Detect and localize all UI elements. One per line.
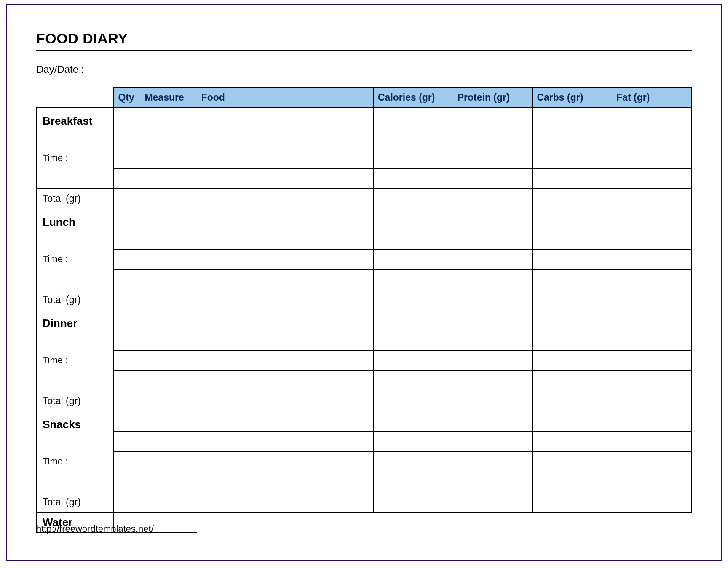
cell[interactable]: [533, 169, 612, 189]
cell[interactable]: [453, 189, 533, 209]
cell[interactable]: [197, 169, 373, 189]
cell[interactable]: [612, 432, 692, 452]
cell[interactable]: [612, 229, 692, 250]
cell[interactable]: [374, 169, 453, 189]
cell[interactable]: [114, 148, 140, 169]
cell[interactable]: [114, 128, 140, 148]
cell[interactable]: [374, 209, 453, 229]
cell[interactable]: [612, 330, 692, 351]
cell[interactable]: [533, 310, 612, 330]
cell[interactable]: [374, 148, 453, 169]
cell[interactable]: [140, 169, 197, 189]
cell[interactable]: [140, 310, 197, 330]
cell[interactable]: [197, 290, 373, 310]
cell[interactable]: [140, 229, 197, 250]
cell[interactable]: [612, 411, 692, 432]
cell[interactable]: [140, 371, 197, 391]
cell[interactable]: [453, 108, 533, 128]
cell[interactable]: [114, 290, 140, 310]
cell[interactable]: [114, 371, 140, 391]
cell[interactable]: [140, 270, 197, 290]
cell[interactable]: [374, 452, 453, 472]
cell[interactable]: [533, 189, 612, 209]
cell[interactable]: [453, 391, 533, 411]
cell[interactable]: [612, 128, 692, 148]
cell[interactable]: [533, 391, 612, 411]
cell[interactable]: [197, 432, 373, 452]
cell[interactable]: [612, 270, 692, 290]
cell[interactable]: [197, 189, 373, 209]
cell[interactable]: [114, 169, 140, 189]
cell[interactable]: [453, 290, 533, 310]
cell[interactable]: [533, 290, 612, 310]
cell[interactable]: [374, 351, 453, 371]
cell[interactable]: [374, 492, 453, 513]
cell[interactable]: [533, 250, 612, 270]
cell[interactable]: [114, 108, 140, 128]
cell[interactable]: [197, 250, 373, 270]
cell[interactable]: [140, 411, 197, 432]
cell[interactable]: [114, 492, 140, 513]
cell[interactable]: [197, 411, 373, 432]
cell[interactable]: [140, 189, 197, 209]
cell[interactable]: [197, 371, 373, 391]
cell[interactable]: [197, 330, 373, 351]
cell[interactable]: [453, 371, 533, 391]
cell[interactable]: [197, 148, 373, 169]
cell[interactable]: [453, 209, 533, 229]
cell[interactable]: [533, 209, 612, 229]
cell[interactable]: [374, 108, 453, 128]
cell[interactable]: [374, 128, 453, 148]
cell[interactable]: [533, 330, 612, 351]
cell[interactable]: [374, 290, 453, 310]
cell[interactable]: [612, 290, 692, 310]
cell[interactable]: [374, 472, 453, 492]
cell[interactable]: [374, 432, 453, 452]
cell[interactable]: [114, 411, 140, 432]
cell[interactable]: [533, 148, 612, 169]
cell[interactable]: [374, 330, 453, 351]
cell[interactable]: [140, 148, 197, 169]
cell[interactable]: [612, 209, 692, 229]
cell[interactable]: [114, 452, 140, 472]
cell[interactable]: [374, 371, 453, 391]
cell[interactable]: [374, 189, 453, 209]
cell[interactable]: [140, 391, 197, 411]
cell[interactable]: [197, 452, 373, 472]
cell[interactable]: [533, 351, 612, 371]
cell[interactable]: [114, 432, 140, 452]
cell[interactable]: [612, 492, 692, 513]
cell[interactable]: [197, 472, 373, 492]
cell[interactable]: [453, 492, 533, 513]
cell[interactable]: [453, 432, 533, 452]
cell[interactable]: [453, 411, 533, 432]
cell[interactable]: [114, 391, 140, 411]
cell[interactable]: [140, 250, 197, 270]
cell[interactable]: [453, 169, 533, 189]
cell[interactable]: [140, 290, 197, 310]
cell[interactable]: [612, 371, 692, 391]
cell[interactable]: [197, 351, 373, 371]
cell[interactable]: [114, 310, 140, 330]
cell[interactable]: [533, 371, 612, 391]
cell[interactable]: [453, 270, 533, 290]
cell[interactable]: [612, 310, 692, 330]
cell[interactable]: [140, 351, 197, 371]
cell[interactable]: [612, 452, 692, 472]
cell[interactable]: [140, 492, 197, 513]
cell[interactable]: [140, 330, 197, 351]
cell[interactable]: [114, 189, 140, 209]
cell[interactable]: [612, 391, 692, 411]
cell[interactable]: [453, 148, 533, 169]
cell[interactable]: [140, 108, 197, 128]
cell[interactable]: [533, 270, 612, 290]
cell[interactable]: [533, 229, 612, 250]
cell[interactable]: [453, 472, 533, 492]
cell[interactable]: [114, 270, 140, 290]
cell[interactable]: [612, 108, 692, 128]
cell[interactable]: [140, 209, 197, 229]
cell[interactable]: [114, 472, 140, 492]
cell[interactable]: [197, 229, 373, 250]
cell[interactable]: [374, 229, 453, 250]
cell[interactable]: [453, 310, 533, 330]
